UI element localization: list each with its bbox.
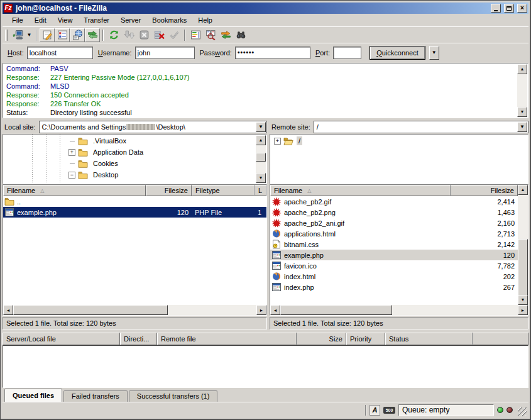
status-bar: A 500 Queue: empty	[3, 402, 528, 417]
queue-column-header-remote-file[interactable]: Remote file	[157, 333, 297, 345]
file-row-parent-dir[interactable]: ..	[3, 196, 266, 207]
column-header-filesize[interactable]: Filesize	[146, 185, 192, 196]
scroll-up-button[interactable]: ▲	[518, 185, 528, 195]
scroll-left-button[interactable]: ◄	[270, 305, 280, 315]
scroll-right-button[interactable]: ►	[256, 305, 266, 315]
tab-failed-transfers[interactable]: Failed transfers	[63, 390, 128, 402]
tab-queued-files[interactable]: Queued files	[4, 389, 62, 402]
process-queue-button[interactable]	[121, 28, 136, 42]
log-scrollbar[interactable]: ▲ ▼	[517, 64, 527, 117]
close-button[interactable]: ×	[517, 4, 527, 13]
file-row-bitnami-css[interactable]: bitnami.css2,142	[270, 239, 518, 250]
sync-browsing-button[interactable]	[218, 28, 233, 42]
column-header-label: Filesize	[491, 187, 514, 194]
column-header-filetype[interactable]: Filetype	[192, 185, 255, 196]
column-header-l[interactable]: L	[255, 185, 266, 196]
scroll-right-button[interactable]: ►	[518, 305, 528, 315]
menu-item-server[interactable]: Server	[115, 14, 146, 26]
menu-item-view[interactable]: View	[52, 14, 79, 26]
menu-item-edit[interactable]: Edit	[29, 14, 52, 26]
log-line-text: MLSD	[50, 82, 70, 91]
scroll-thumb[interactable]	[13, 305, 168, 315]
local-path-combo[interactable]: C:\Documents and Settings\Desktop\ ▼	[39, 121, 267, 133]
resize-grip[interactable]	[518, 407, 527, 416]
toolbar-separator	[184, 30, 185, 41]
expand-plus-icon[interactable]: +	[274, 138, 281, 145]
file-row-favicon-ico[interactable]: favicon.ico7,782	[270, 260, 518, 271]
queue-column-header-server-local-file[interactable]: Server/Local file	[3, 333, 120, 345]
tree-item-virtualbox[interactable]: .VirtualBox	[3, 135, 266, 146]
queue-column-header-priority[interactable]: Priority	[346, 333, 385, 345]
maximize-button[interactable]	[504, 4, 514, 13]
scroll-left-button[interactable]: ◄	[3, 305, 13, 315]
scroll-up-button[interactable]: ▲	[517, 64, 527, 74]
menu-item-file[interactable]: File	[6, 14, 29, 26]
quickconnect-field-host: Host:	[8, 47, 93, 59]
toggle-message-log-button[interactable]	[40, 28, 55, 42]
password-input[interactable]	[235, 47, 310, 59]
speed-limit-icon[interactable]: 500	[383, 407, 395, 414]
toggle-queue-button[interactable]	[85, 28, 100, 42]
tree-item-application-data[interactable]: +Application Data	[3, 146, 266, 158]
combo-dropdown-icon[interactable]: ▼	[256, 122, 266, 132]
file-row-index-html[interactable]: index.html202	[270, 271, 518, 282]
quickconnect-button[interactable]: Quickconnect	[370, 46, 425, 60]
file-row-apache-pb2-gif[interactable]: apache_pb2.gif2,414	[270, 196, 518, 207]
scroll-down-button[interactable]: ▼	[518, 295, 528, 305]
file-row-example-php[interactable]: example.php120PHP File1	[3, 207, 266, 218]
remote-path-combo[interactable]: / ▼	[314, 121, 528, 133]
find-files-button[interactable]	[233, 28, 248, 42]
ascii-transfer-type-icon[interactable]: A	[370, 405, 380, 416]
window-file-icon	[4, 207, 15, 217]
scroll-thumb[interactable]	[518, 239, 528, 299]
tree-item-label: /	[297, 136, 302, 145]
queue-column-header-filler	[473, 333, 528, 345]
log-line-label: Response:	[4, 91, 50, 99]
reconnect-button[interactable]	[167, 28, 182, 42]
local-list-rows: ..example.php120PHP File1	[3, 196, 266, 305]
host-input[interactable]	[27, 47, 93, 59]
compare-button[interactable]	[203, 28, 218, 42]
menu-item-transfer[interactable]: Transfer	[78, 14, 115, 26]
tree-item-desktop[interactable]: −Desktop	[3, 169, 266, 180]
column-header-filesize[interactable]: Filesize	[451, 185, 518, 196]
local-hscrollbar[interactable]: ◄ ►	[3, 305, 266, 315]
refresh-button[interactable]	[106, 28, 121, 42]
queue-column-header-size[interactable]: Size	[297, 333, 346, 345]
expand-plus-icon[interactable]: +	[68, 149, 75, 156]
toggle-remote-tree-button[interactable]	[70, 28, 85, 42]
file-row-applications-html[interactable]: applications.html2,713	[270, 228, 518, 239]
combo-dropdown-icon[interactable]: ▼	[517, 122, 527, 132]
folder-icon	[78, 136, 89, 146]
file-row-apache-pb2-png[interactable]: apache_pb2.png1,463	[270, 207, 518, 218]
scroll-down-button[interactable]: ▼	[517, 107, 527, 117]
queue-column-header-directi[interactable]: Directi...	[120, 333, 157, 345]
cancel-operation-button[interactable]	[136, 28, 151, 42]
queue-column-header-status[interactable]: Status	[385, 333, 473, 345]
remote-list-scrollbar[interactable]: ▲ ▼	[518, 185, 528, 305]
scroll-thumb[interactable]	[280, 305, 392, 315]
file-row-index-php[interactable]: index.php267	[270, 282, 518, 292]
file-row-example-php[interactable]: example.php120	[270, 250, 518, 260]
column-header-filename[interactable]: Filename△	[270, 185, 451, 196]
port-input[interactable]	[333, 47, 361, 59]
tab-successful-transfers-1[interactable]: Successful transfers (1)	[129, 390, 218, 402]
column-header-filename[interactable]: Filename△	[3, 185, 146, 196]
window-file-icon	[271, 250, 282, 260]
quickconnect-dropdown-button[interactable]: ▼	[429, 46, 439, 60]
username-input[interactable]	[135, 47, 195, 59]
collapse-minus-icon[interactable]: −	[68, 172, 75, 179]
filter-button[interactable]	[188, 28, 203, 42]
menu-item-bookmarks[interactable]: Bookmarks	[146, 14, 192, 26]
file-row-apache-pb2-ani-gif[interactable]: apache_pb2_ani.gif2,160	[270, 218, 518, 228]
minimize-button[interactable]	[491, 4, 501, 13]
toggle-local-tree-button[interactable]	[55, 28, 70, 42]
site-manager-dropdown-icon[interactable]: ▼	[25, 28, 33, 42]
tree-item-cookies[interactable]: Cookies	[3, 158, 266, 169]
tree-item-item[interactable]: +/	[270, 135, 528, 146]
site-manager-button[interactable]	[10, 28, 25, 42]
remote-hscrollbar[interactable]: ◄ ►	[270, 305, 528, 315]
disconnect-button[interactable]	[151, 28, 167, 42]
column-header-label: Filename	[7, 187, 35, 194]
menu-item-help[interactable]: Help	[192, 14, 218, 26]
